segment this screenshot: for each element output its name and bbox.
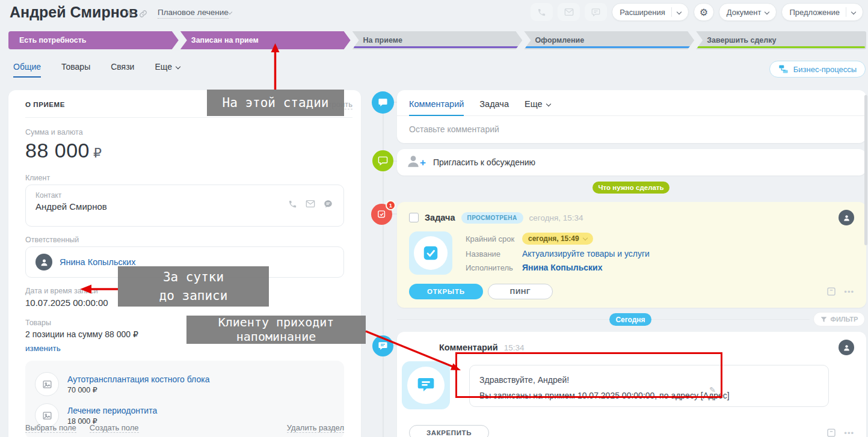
product-image-icon xyxy=(35,372,59,396)
amount-value: 88 000₽ xyxy=(25,139,344,162)
scrollbar[interactable] xyxy=(864,95,867,245)
annotation-reminder-note: Клиенту приходит напоминание xyxy=(186,316,366,344)
notification-badge: 1 xyxy=(386,200,396,210)
responsible-name[interactable]: Янина Копыльских xyxy=(60,257,135,267)
funnel-icon xyxy=(820,316,827,323)
stage-close-deal[interactable]: Завершить сделку xyxy=(696,31,866,49)
messenger-icon[interactable] xyxy=(324,200,333,209)
person-icon xyxy=(843,344,851,352)
open-task-button[interactable]: ОТКРЫТЬ xyxy=(409,284,483,299)
chevron-down-icon xyxy=(176,64,180,69)
chevron-down-icon xyxy=(546,102,550,106)
date-separator-badge[interactable]: Сегодня xyxy=(609,313,651,326)
product-price: 70 000 ₽ xyxy=(67,385,209,394)
amount-label: Сумма и валюта xyxy=(25,128,344,136)
note-icon[interactable] xyxy=(826,286,837,297)
task-status-badge: ПРОСМОТРЕНА xyxy=(461,212,523,224)
delete-section-link[interactable]: Удалить раздел xyxy=(287,423,344,433)
stage-need[interactable]: Есть потребность xyxy=(8,31,179,49)
more-actions-icon[interactable]: ••• xyxy=(844,287,854,296)
stage-booked[interactable]: Записан на прием xyxy=(180,31,351,49)
business-processes-label: Бизнес-процессы xyxy=(793,65,857,74)
task-stream-icon: 1 xyxy=(371,204,392,225)
stage-label: Есть потребность xyxy=(19,36,87,44)
tab-general[interactable]: Общие xyxy=(13,62,41,78)
page-title: Андрей Смирнов xyxy=(10,4,138,21)
client-box: Контакт Андрей Смирнов xyxy=(25,185,344,227)
extensions-label: Расширения xyxy=(620,8,665,17)
invite-label: Пригласить к обсуждению xyxy=(433,157,535,167)
ping-button[interactable]: ПИНГ xyxy=(488,284,553,299)
client-label: Клиент xyxy=(25,174,344,182)
settings-button[interactable]: ⚙ xyxy=(694,3,714,21)
select-field-link[interactable]: Выбрать поле xyxy=(25,423,76,433)
annotation-text: напоминание xyxy=(236,330,316,344)
filter-button[interactable]: ФИЛЬТР xyxy=(813,312,865,326)
task-card: Задача ПРОСМОТРЕНА сегодня, 15:34 Крайни… xyxy=(397,202,866,308)
phone-icon[interactable] xyxy=(288,200,297,209)
composer-tab-comment[interactable]: Комментарий xyxy=(409,99,464,109)
stage-label: Завершить сделку xyxy=(707,36,776,44)
extensions-button[interactable]: Расширения xyxy=(612,3,689,21)
stage-label: На приеме xyxy=(363,36,402,44)
task-checkbox[interactable] xyxy=(409,213,419,222)
mail-icon[interactable] xyxy=(306,200,315,209)
stage-processing[interactable]: Оформление xyxy=(524,31,694,49)
edit-products-link[interactable]: изменить xyxy=(25,344,61,353)
email-button[interactable] xyxy=(558,3,580,21)
proposal-button[interactable]: Предложение xyxy=(781,3,863,21)
invite-discussion-card[interactable]: + Пригласить к обсуждению xyxy=(397,149,866,176)
link-icon[interactable] xyxy=(139,10,147,18)
assignee-link[interactable]: Янина Копыльских xyxy=(522,263,602,272)
annotation-date-note: За сутки до записи xyxy=(118,266,269,307)
business-processes-button[interactable]: Бизнес-процессы xyxy=(769,61,866,78)
proposal-label: Предложение xyxy=(789,8,840,17)
composer-tab-task[interactable]: Задача xyxy=(479,99,509,109)
product-name[interactable]: Аутотрансплантация костного блока xyxy=(67,374,209,384)
invite-avatar-icon: + xyxy=(405,153,423,171)
person-icon xyxy=(40,258,49,267)
section-title: О ПРИЕМЕ xyxy=(25,101,65,108)
deadline-text: сегодня, 15:49 xyxy=(528,234,579,243)
pin-button[interactable]: ЗАКРЕПИТЬ xyxy=(409,425,489,437)
task-type-label: Задача xyxy=(425,213,455,222)
product-row: Аутотрансплантация костного блока 70 000… xyxy=(35,368,334,400)
comment-entry-icon xyxy=(372,335,393,356)
edit-title-icon[interactable]: ✎ xyxy=(126,9,133,18)
annotation-stage-note: На этой стадии xyxy=(207,90,344,116)
comment-input[interactable]: Оставьте комментарий xyxy=(409,116,854,142)
product-name[interactable]: Лечение периодонтита xyxy=(67,406,157,415)
annotation-text: Клиенту приходит xyxy=(218,316,334,330)
chat-button[interactable] xyxy=(585,3,607,21)
tab-more[interactable]: Еще xyxy=(155,62,180,78)
stage-at-appointment[interactable]: На приеме xyxy=(352,31,523,49)
amount-number: 88 000 xyxy=(25,139,90,162)
pipeline-selector[interactable]: Плановое лечение xyxy=(158,8,229,19)
document-button[interactable]: Документ xyxy=(719,3,777,21)
comment-bubble-icon xyxy=(416,376,436,395)
timeline-composer-card: Комментарий Задача Еще Оставьте коммента… xyxy=(397,90,866,143)
composer-tab-more-label: Еще xyxy=(525,99,543,109)
more-actions-icon[interactable]: ••• xyxy=(844,429,854,437)
currency-symbol: ₽ xyxy=(93,145,102,160)
composer-tab-more[interactable]: Еще xyxy=(525,99,550,109)
annotation-text: За сутки xyxy=(163,268,224,286)
tab-products[interactable]: Товары xyxy=(61,62,90,78)
task-check-icon xyxy=(422,244,440,262)
tab-relations[interactable]: Связи xyxy=(111,62,134,78)
deadline-value[interactable]: сегодня, 15:49 xyxy=(522,233,593,245)
stage-label: Оформление xyxy=(535,36,584,44)
note-icon[interactable] xyxy=(826,427,837,437)
create-field-link[interactable]: Создать поле xyxy=(90,423,139,433)
annotation-highlight-rect xyxy=(455,352,722,398)
call-button[interactable] xyxy=(531,3,553,21)
comment-stream-icon xyxy=(372,91,394,114)
comment-type-label: Комментарий xyxy=(439,343,498,352)
chevron-down-icon xyxy=(765,10,769,14)
task-time: сегодня, 15:34 xyxy=(529,213,583,222)
task-name-link[interactable]: Актуализируйте товары и услуги xyxy=(522,249,650,258)
comment-author-avatar[interactable] xyxy=(839,340,854,355)
comment-time: 15:34 xyxy=(504,343,525,352)
task-author-avatar[interactable] xyxy=(839,210,854,225)
task-name-label: Название xyxy=(466,249,522,258)
